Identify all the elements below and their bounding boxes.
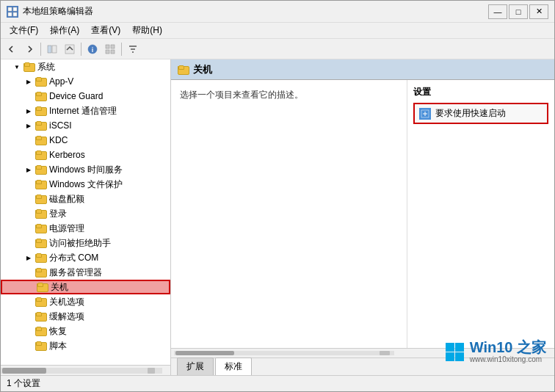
right-scroll-area[interactable] — [171, 349, 554, 357]
svg-text:i: i — [92, 46, 94, 54]
description-text: 选择一个项目来查看它的描述。 — [180, 90, 303, 100]
menu-help[interactable]: 帮助(H) — [126, 23, 168, 38]
tree-label-distcom: 分布式 COM — [49, 252, 98, 264]
minimize-button[interactable]: — — [488, 4, 507, 19]
folder-icon-shutdown — [36, 281, 48, 293]
tree-label-accessdenied: 访问被拒绝助手 — [49, 237, 111, 250]
settings-label: 设置 — [413, 86, 548, 98]
tree-item-appv[interactable]: ▶ App-V — [1, 74, 170, 89]
tree-item-deviceguard[interactable]: ▶ Device Guard — [1, 89, 170, 104]
toolbar-separator-2 — [81, 43, 81, 56]
back-button[interactable] — [4, 41, 20, 57]
right-panel: 关机 选择一个项目来查看它的描述。 设置 — [171, 59, 554, 375]
tree-label-winfileprotect: Windows 文件保护 — [49, 178, 123, 191]
toolbar-separator-3 — [121, 43, 122, 56]
tree-item-distcom[interactable]: ▶ 分布式 COM — [1, 250, 170, 265]
tree-item-iscsi[interactable]: ▶ iSCSI — [1, 118, 170, 133]
svg-rect-18 — [175, 351, 234, 355]
tree-label-cacheopts: 缓解选项 — [49, 311, 84, 323]
toolbar: i — [1, 39, 554, 59]
main-content: ▼ 系统 ▶ App-V ▶ Device Guard — [1, 59, 554, 375]
svg-rect-15 — [148, 368, 155, 374]
folder-icon-internet — [35, 105, 46, 117]
tree-item-login[interactable]: ▶ 登录 — [1, 206, 170, 221]
app-icon — [7, 6, 18, 18]
svg-rect-9 — [106, 45, 109, 48]
tree-item-accessdenied[interactable]: ▶ 访问被拒绝助手 — [1, 236, 170, 250]
expand-icon-wintimeservice: ▶ — [24, 165, 33, 174]
folder-icon-appv — [35, 76, 46, 87]
tree-item-diskconfig[interactable]: ▶ 磁盘配额 — [1, 192, 170, 206]
folder-icon-winfileprotect — [35, 178, 46, 190]
tree-label-diskconfig: 磁盘配额 — [49, 193, 84, 206]
folder-icon-login — [35, 208, 46, 219]
maximize-button[interactable]: □ — [509, 4, 528, 19]
forward-button[interactable] — [21, 41, 37, 57]
grid-button[interactable] — [102, 41, 118, 57]
expand-icon-internet: ▶ — [24, 106, 33, 115]
tab-expand[interactable]: 扩展 — [177, 357, 214, 375]
tree-label-wintimeservice: Windows 时间服务 — [49, 164, 123, 176]
settings-panel: 设置 要求使用快速启动 — [407, 80, 554, 348]
svg-rect-3 — [13, 12, 17, 16]
tree-label-login: 登录 — [49, 208, 67, 220]
menu-action[interactable]: 操作(A) — [44, 23, 85, 38]
tree-item-wintimeservice[interactable]: ▶ Windows 时间服务 — [1, 162, 170, 177]
menu-bar: 文件(F) 操作(A) 查看(V) 帮助(H) — [1, 23, 554, 39]
svg-rect-0 — [8, 7, 12, 11]
tree-item-kerberos[interactable]: ▶ Kerberos — [1, 148, 170, 162]
folder-icon-shutdownopts — [35, 296, 46, 308]
svg-rect-6 — [65, 45, 74, 54]
close-button[interactable]: ✕ — [529, 4, 548, 19]
tree-horizontal-scroll[interactable] — [1, 365, 170, 375]
tree-label-powermgmt: 电源管理 — [49, 222, 84, 235]
folder-icon-diskconfig — [35, 193, 46, 205]
setting-item-icon — [419, 108, 431, 120]
tree-label-servicemgr: 服务器管理器 — [49, 266, 102, 279]
folder-icon-kerberos — [35, 149, 46, 161]
description-panel: 选择一个项目来查看它的描述。 — [171, 80, 407, 348]
menu-file[interactable]: 文件(F) — [4, 23, 44, 38]
right-header-icon — [177, 64, 189, 76]
status-bar: 1 个设置 — [1, 375, 554, 391]
folder-icon-powermgmt — [35, 222, 46, 234]
svg-rect-4 — [48, 46, 51, 53]
filter-button[interactable] — [125, 41, 141, 57]
toolbar-separator-1 — [40, 43, 41, 56]
tree-item-shutdown[interactable]: ▶ 关机 — [1, 280, 170, 294]
info-button[interactable]: i — [84, 41, 101, 57]
tree-item-winfileprotect[interactable]: ▶ Windows 文件保护 — [1, 177, 170, 192]
setting-item-fastboot[interactable]: 要求使用快速启动 — [413, 103, 548, 124]
title-bar: 本地组策略编辑器 — □ ✕ — [1, 1, 554, 23]
svg-rect-14 — [2, 368, 46, 374]
tree-item-system[interactable]: ▼ 系统 — [1, 59, 170, 74]
tree-item-kdc[interactable]: ▶ KDC — [1, 133, 170, 148]
tree-item-internet[interactable]: ▶ Internet 通信管理 — [1, 104, 170, 118]
tree-label-internet: Internet 通信管理 — [49, 105, 117, 117]
expand-icon-appv: ▶ — [24, 77, 33, 86]
tab-standard[interactable]: 标准 — [215, 357, 252, 375]
svg-rect-12 — [111, 50, 115, 54]
up-button[interactable] — [62, 41, 78, 57]
tree-item-cacheopts[interactable]: ▶ 缓解选项 — [1, 309, 170, 324]
tree-item-recovery[interactable]: ▶ 恢复 — [1, 324, 170, 338]
tree-container[interactable]: ▼ 系统 ▶ App-V ▶ Device Guard — [1, 59, 170, 365]
svg-rect-5 — [52, 46, 57, 53]
show-hide-button[interactable] — [44, 41, 60, 57]
folder-icon-cacheopts — [35, 311, 46, 322]
expand-icon-system: ▼ — [12, 62, 21, 71]
tree-label-system: 系统 — [37, 61, 55, 73]
right-header: 关机 — [171, 59, 554, 80]
tree-item-shutdownopts[interactable]: ▶ 关机选项 — [1, 294, 170, 309]
tree-label-scripts: 脚本 — [49, 340, 67, 352]
tree-label-kdc: KDC — [49, 135, 68, 145]
tree-item-servicemgr[interactable]: ▶ 服务器管理器 — [1, 265, 170, 280]
tree-item-scripts[interactable]: ▶ 脚本 — [1, 338, 170, 353]
tree-label-iscsi: iSCSI — [49, 120, 72, 131]
menu-view[interactable]: 查看(V) — [85, 23, 126, 38]
status-text: 1 个设置 — [7, 377, 40, 390]
tree-item-powermgmt[interactable]: ▶ 电源管理 — [1, 221, 170, 236]
folder-icon-deviceguard — [35, 90, 46, 102]
window-controls: — □ ✕ — [488, 4, 548, 19]
folder-icon-distcom — [35, 252, 46, 264]
